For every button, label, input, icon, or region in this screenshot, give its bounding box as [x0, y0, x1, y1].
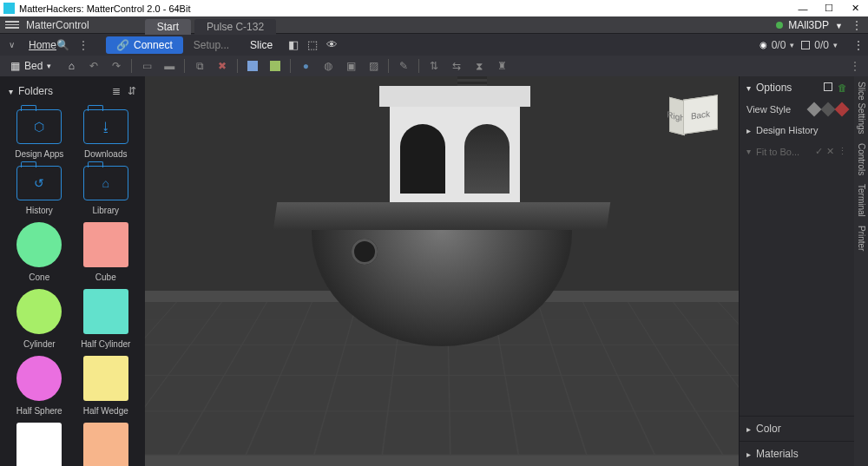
chevron-left-icon[interactable]: ∨ — [9, 40, 15, 49]
counter-extruder-2[interactable]: 0/0 ▾ — [801, 39, 838, 51]
side-tab-slice-settings[interactable]: Slice Settings — [857, 82, 866, 135]
color-section[interactable]: ▸ Color — [740, 416, 854, 441]
counter-extruder-1[interactable]: ◉ 0/0 ▾ — [760, 39, 795, 51]
sidebar-item[interactable]: Cylinder — [9, 289, 70, 349]
breadcrumb-overflow[interactable]: ⋮ — [78, 39, 89, 51]
setup-button[interactable]: Setup... — [183, 36, 240, 54]
undo-button[interactable]: ↶ — [84, 57, 103, 75]
counter-left-value: 0/0 — [772, 39, 786, 51]
viewport-3d[interactable]: Right Back — [145, 76, 739, 466]
trash-icon[interactable]: 🗑 — [838, 82, 847, 93]
home-icon[interactable]: ⌂ — [62, 57, 81, 75]
slice-button[interactable]: Slice — [240, 36, 283, 54]
shape-swatch — [83, 289, 128, 334]
materials-label: Materials — [756, 448, 799, 460]
sidebar-item[interactable]: ⌂Library — [76, 166, 137, 215]
app-bar: MatterControl Start Pulse C-132 MAll3DP … — [0, 16, 868, 33]
tool-align-x[interactable]: ⇅ — [424, 57, 444, 75]
view-style-label: View Style — [746, 104, 791, 115]
tool-ungroup[interactable]: ▨ — [364, 57, 383, 75]
folder-icon: ↺ — [16, 166, 62, 200]
sidebar-item[interactable]: Cone — [9, 222, 70, 282]
sidebar-item-label: Cube — [95, 272, 116, 282]
sidebar-item-label: History — [26, 206, 53, 215]
sidebar-item[interactable]: Half Sphere — [9, 356, 70, 416]
bed-dropdown[interactable]: ▦ Bed ▾ — [3, 58, 58, 74]
tab-printer[interactable]: Pulse C-132 — [194, 19, 276, 35]
tool-delete[interactable]: ✖ — [213, 57, 232, 75]
secondary-bar: ∨ Home 🔍 ⋮ 🔗 Connect Setup... Slice ◧ ⬚ … — [0, 33, 868, 56]
view-eye-icon[interactable]: 👁 — [325, 39, 339, 51]
design-history-row[interactable]: ▸ Design History — [740, 120, 854, 141]
view-package-icon[interactable]: ⬚ — [306, 39, 319, 51]
sidebar-item[interactable]: Half Wedge — [76, 356, 137, 416]
square-icon[interactable] — [824, 82, 832, 91]
link-icon: 🔗 — [116, 39, 129, 51]
model-benchy[interactable] — [312, 216, 572, 346]
app-name: MatterControl — [26, 19, 89, 31]
sidebar-item[interactable] — [9, 423, 70, 466]
hamburger-menu[interactable] — [5, 21, 19, 29]
search-icon[interactable]: 🔍 — [56, 39, 69, 51]
view-list-icon[interactable]: ≣ — [112, 85, 121, 97]
user-menu[interactable]: MAll3DP ▼ — [788, 19, 843, 31]
right-panel: ▾ Options 🗑 View Style ▸ Design History … — [739, 76, 854, 466]
side-tab-terminal[interactable]: Terminal — [857, 184, 866, 217]
sidebar-item[interactable]: ⬡Design Apps — [9, 109, 70, 159]
sidebar-item[interactable]: ↺History — [9, 166, 70, 215]
viewstyle-wire-icon[interactable] — [821, 102, 836, 117]
sidebar: ▾ Folders ≣ ⇵ ⬡Design Apps⭳Downloads↺His… — [0, 76, 145, 466]
side-tab-controls[interactable]: Controls — [857, 143, 866, 175]
bulb-icon: ◉ — [760, 40, 767, 49]
sidebar-item[interactable]: Cube — [76, 222, 137, 282]
breadcrumb-home[interactable]: Home — [29, 39, 56, 51]
options-header[interactable]: ▾ Options 🗑 — [740, 76, 854, 99]
grid-icon: ▦ — [10, 60, 20, 72]
chevron-down-icon: ▾ — [9, 87, 13, 96]
folder-icon: ⬡ — [16, 109, 62, 144]
sidebar-item[interactable]: Half Cylinder — [76, 289, 137, 349]
chevron-right-icon: ▸ — [746, 424, 751, 434]
tool-color-2[interactable] — [266, 57, 285, 75]
sidebar-item-label: Half Wedge — [83, 406, 128, 416]
check-icon[interactable]: ✓ — [815, 146, 823, 157]
tool-mirror[interactable]: ⧗ — [470, 57, 489, 75]
window-minimize[interactable]: — — [790, 0, 816, 16]
kebab-icon[interactable]: ⋮ — [838, 146, 847, 157]
side-tab-printer[interactable]: Printer — [857, 226, 866, 251]
sidebar-item-label: Cone — [29, 272, 49, 282]
redo-button[interactable]: ↷ — [107, 57, 126, 75]
view-3d-icon[interactable]: ◧ — [286, 39, 300, 51]
sidebar-item[interactable] — [76, 423, 137, 466]
tool-group[interactable]: ▣ — [341, 57, 360, 75]
chevron-down-icon: ▼ — [835, 22, 843, 30]
square-icon — [801, 41, 810, 49]
tool-select[interactable]: ▭ — [137, 57, 156, 75]
view-style-row[interactable]: View Style — [740, 99, 854, 120]
close-icon[interactable]: ✕ — [826, 146, 834, 157]
tool-sphere[interactable]: ● — [296, 57, 315, 75]
window-maximize[interactable]: ☐ — [816, 0, 842, 16]
tab-start[interactable]: Start — [145, 19, 191, 35]
tool-support[interactable]: ♜ — [492, 57, 511, 75]
tool-move[interactable]: ▬ — [160, 57, 179, 75]
folders-header[interactable]: ▾ Folders ≣ ⇵ — [0, 82, 145, 101]
tool-copy[interactable]: ⧉ — [190, 57, 209, 75]
window-close[interactable]: ✕ — [842, 0, 868, 16]
tool-align-y[interactable]: ⇆ — [447, 57, 466, 75]
toolbar-overflow[interactable]: ⋮ — [845, 57, 865, 75]
shape-swatch — [83, 356, 128, 401]
overflow-menu[interactable]: ⋮ — [852, 19, 863, 31]
materials-section[interactable]: ▸ Materials — [740, 441, 854, 466]
nav-cube[interactable]: Right Back — [674, 94, 720, 139]
nav-cube-back[interactable]: Back — [683, 95, 718, 135]
tool-cube[interactable]: ◍ — [319, 57, 338, 75]
viewstyle-shaded-icon[interactable] — [807, 102, 822, 117]
tool-edit[interactable]: ✎ — [394, 57, 413, 75]
sidebar-item[interactable]: ⭳Downloads — [76, 109, 137, 159]
sort-icon[interactable]: ⇵ — [128, 85, 136, 97]
connect-button[interactable]: 🔗 Connect — [106, 36, 183, 54]
bar2-overflow[interactable]: ⋮ — [853, 39, 865, 51]
tool-color-1[interactable] — [243, 57, 262, 75]
viewstyle-overhang-icon[interactable] — [835, 102, 850, 117]
